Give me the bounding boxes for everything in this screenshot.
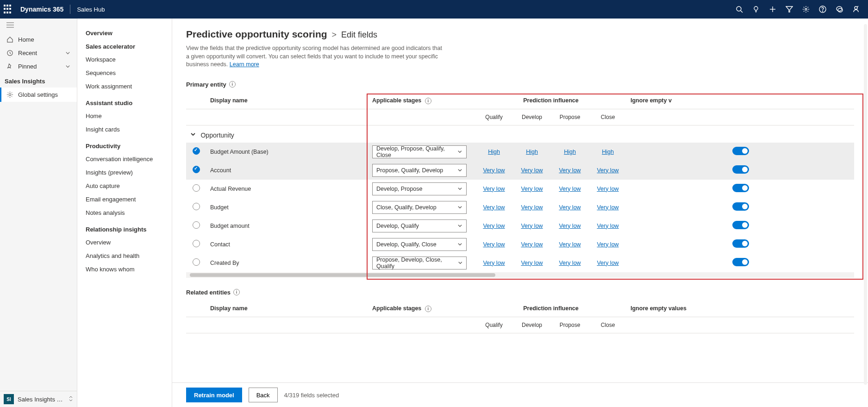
- influence-close[interactable]: Very low: [597, 241, 618, 248]
- info-icon[interactable]: i: [233, 289, 240, 295]
- assistant-icon[interactable]: [848, 0, 864, 19]
- breadcrumb-root[interactable]: Predictive opportunity scoring: [186, 29, 327, 40]
- row-checkbox[interactable]: [193, 240, 200, 247]
- nav-global-settings[interactable]: Global settings: [0, 88, 77, 102]
- ignore-empty-toggle[interactable]: [732, 221, 749, 229]
- nav-recent[interactable]: Recent: [0, 46, 77, 60]
- table-row[interactable]: Budget Amount (Base) Develop, Propose, Q…: [186, 143, 854, 161]
- info-icon[interactable]: i: [229, 81, 236, 88]
- influence-develop[interactable]: Very low: [521, 167, 543, 174]
- table-row[interactable]: Budget Close, Qualify, Develop Very low …: [186, 198, 854, 217]
- col-prediction-influence[interactable]: Prediction influence: [475, 301, 627, 317]
- influence-close[interactable]: Very low: [597, 223, 618, 229]
- ignore-empty-toggle[interactable]: [732, 239, 749, 248]
- settings-link-work-assignment[interactable]: Work assignment: [86, 80, 163, 93]
- influence-develop[interactable]: Very low: [521, 186, 543, 192]
- influence-develop[interactable]: Very low: [521, 241, 543, 248]
- influence-close[interactable]: Very low: [597, 204, 618, 211]
- settings-link-workspace[interactable]: Workspace: [86, 53, 163, 66]
- vertical-scrollbar[interactable]: [864, 24, 867, 385]
- stages-select[interactable]: Develop, Propose: [372, 182, 467, 195]
- settings-link-rel-overview[interactable]: Overview: [86, 236, 163, 249]
- influence-propose[interactable]: Very low: [559, 223, 581, 229]
- influence-propose[interactable]: Very low: [559, 167, 581, 174]
- ignore-empty-toggle[interactable]: [732, 184, 749, 192]
- ignore-empty-toggle[interactable]: [732, 258, 749, 266]
- stages-select[interactable]: Propose, Qualify, Develop: [372, 164, 467, 177]
- area-switcher[interactable]: SI Sales Insights sett...: [0, 391, 77, 407]
- influence-close[interactable]: High: [602, 149, 614, 155]
- stages-select[interactable]: Close, Qualify, Develop: [372, 201, 467, 214]
- settings-link-auto-capture[interactable]: Auto capture: [86, 179, 163, 193]
- col-prediction-influence[interactable]: Prediction influence: [475, 93, 627, 109]
- stages-select[interactable]: Develop, Qualify: [372, 219, 467, 232]
- chevron-down-icon[interactable]: [190, 131, 196, 138]
- settings-link-sequences[interactable]: Sequences: [86, 66, 163, 80]
- influence-propose[interactable]: High: [564, 149, 576, 155]
- nav-home[interactable]: Home: [0, 33, 77, 46]
- influence-close[interactable]: Very low: [597, 167, 618, 174]
- ignore-empty-toggle[interactable]: [732, 202, 749, 211]
- influence-develop[interactable]: High: [526, 149, 538, 155]
- settings-link-insights-preview[interactable]: Insights (preview): [86, 166, 163, 179]
- nav-pinned[interactable]: Pinned: [0, 60, 77, 73]
- influence-qualify[interactable]: High: [488, 149, 500, 155]
- stages-select[interactable]: Develop, Qualify, Close: [372, 238, 467, 251]
- settings-link-insight-cards[interactable]: Insight cards: [86, 123, 163, 136]
- table-row[interactable]: Account Propose, Qualify, Develop Very l…: [186, 161, 854, 180]
- back-button[interactable]: Back: [249, 388, 278, 402]
- influence-close[interactable]: Very low: [597, 186, 618, 192]
- influence-propose[interactable]: Very low: [559, 204, 581, 211]
- row-checkbox[interactable]: [193, 221, 200, 229]
- help-icon[interactable]: [814, 0, 831, 19]
- row-checkbox[interactable]: [193, 166, 200, 173]
- add-icon[interactable]: [764, 0, 781, 19]
- chat-icon[interactable]: [831, 0, 848, 19]
- row-checkbox[interactable]: [193, 203, 200, 210]
- stages-select[interactable]: Develop, Propose, Qualify, Close: [372, 145, 467, 158]
- row-checkbox[interactable]: [193, 184, 200, 192]
- influence-qualify[interactable]: Very low: [483, 186, 505, 192]
- table-row[interactable]: Contact Develop, Qualify, Close Very low…: [186, 235, 854, 254]
- row-checkbox[interactable]: [193, 258, 200, 266]
- ignore-empty-toggle[interactable]: [732, 165, 749, 174]
- influence-qualify[interactable]: Very low: [483, 223, 505, 229]
- filter-icon[interactable]: [781, 0, 798, 19]
- influence-propose[interactable]: Very low: [559, 241, 581, 248]
- row-checkbox[interactable]: [193, 147, 200, 155]
- col-display-name[interactable]: Display name: [206, 301, 368, 317]
- col-applicable-stages[interactable]: Applicable stages i: [368, 301, 475, 317]
- influence-propose[interactable]: Very low: [559, 186, 581, 192]
- settings-link-analytics[interactable]: Analytics and health: [86, 249, 163, 263]
- settings-link-conv-intel[interactable]: Conversation intelligence: [86, 152, 163, 166]
- col-display-name[interactable]: Display name: [206, 93, 368, 109]
- settings-link-assistant-home[interactable]: Home: [86, 109, 163, 123]
- stages-select[interactable]: Propose, Develop, Close, Qualify: [372, 257, 467, 269]
- influence-close[interactable]: Very low: [597, 260, 618, 266]
- col-ignore-empty[interactable]: Ignore empty v: [627, 93, 854, 109]
- info-icon[interactable]: i: [425, 306, 431, 312]
- info-icon[interactable]: i: [425, 98, 431, 104]
- settings-link-who-knows[interactable]: Who knows whom: [86, 263, 163, 276]
- lightbulb-icon[interactable]: [748, 0, 764, 19]
- settings-link-overview[interactable]: Overview: [86, 30, 163, 37]
- search-icon[interactable]: [731, 0, 748, 19]
- influence-qualify[interactable]: Very low: [483, 241, 505, 248]
- table-row[interactable]: Created By Propose, Develop, Close, Qual…: [186, 254, 854, 272]
- col-ignore-empty[interactable]: Ignore empty values: [627, 301, 854, 317]
- settings-link-email-engagement[interactable]: Email engagement: [86, 193, 163, 206]
- influence-qualify[interactable]: Very low: [483, 260, 505, 266]
- influence-develop[interactable]: Very low: [521, 204, 543, 211]
- table-row[interactable]: Budget amount Develop, Qualify Very low …: [186, 217, 854, 235]
- horizontal-scrollbar[interactable]: [186, 272, 854, 278]
- influence-develop[interactable]: Very low: [521, 223, 543, 229]
- settings-link-notes[interactable]: Notes analysis: [86, 206, 163, 219]
- influence-qualify[interactable]: Very low: [483, 204, 505, 211]
- table-row[interactable]: Actual Revenue Develop, Propose Very low…: [186, 180, 854, 198]
- hamburger-icon[interactable]: [0, 19, 77, 33]
- col-applicable-stages[interactable]: Applicable stages i: [368, 93, 475, 109]
- retrain-button[interactable]: Retrain model: [186, 388, 242, 402]
- influence-qualify[interactable]: Very low: [483, 167, 505, 174]
- influence-develop[interactable]: Very low: [521, 260, 543, 266]
- learn-more-link[interactable]: Learn more: [230, 61, 259, 68]
